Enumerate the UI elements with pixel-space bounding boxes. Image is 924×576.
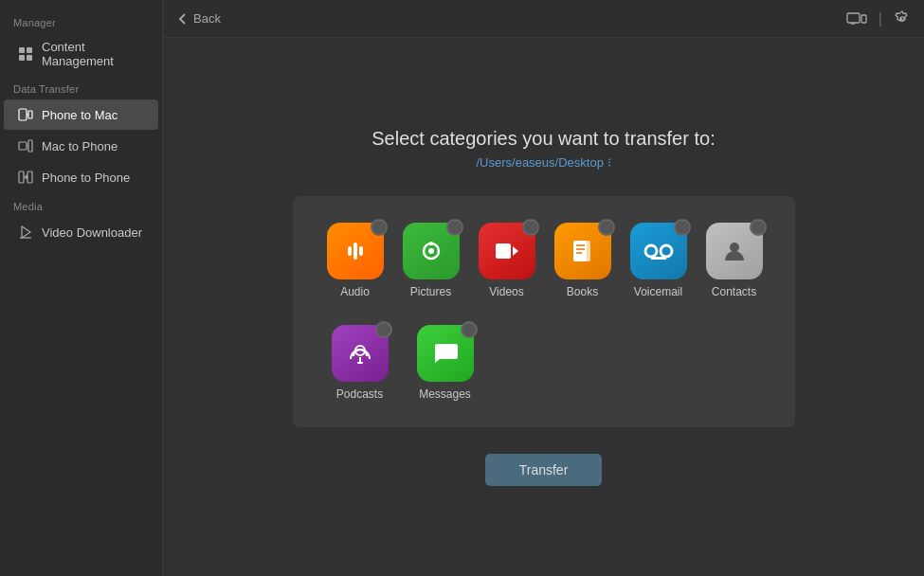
mac-to-phone-label: Mac to Phone bbox=[42, 139, 118, 153]
books-label: Books bbox=[567, 285, 598, 298]
audio-checkbox[interactable] bbox=[371, 219, 388, 236]
svg-rect-10 bbox=[19, 171, 24, 183]
sidebar-item-mac-to-phone[interactable]: Mac to Phone bbox=[4, 131, 158, 161]
categories-row-1: Audio Pictures bbox=[327, 223, 761, 298]
settings-icon[interactable] bbox=[894, 10, 911, 27]
svg-rect-7 bbox=[19, 142, 27, 150]
category-voicemail[interactable]: Voicemail bbox=[630, 223, 687, 298]
svg-rect-1 bbox=[27, 47, 32, 53]
category-books[interactable]: Books bbox=[554, 223, 611, 298]
svg-rect-0 bbox=[19, 47, 25, 53]
videos-label: Videos bbox=[489, 285, 523, 298]
content-management-label: Content Management bbox=[42, 40, 145, 68]
video-downloader-icon bbox=[17, 224, 34, 241]
podcasts-checkbox[interactable] bbox=[375, 321, 392, 338]
back-button[interactable]: Back bbox=[176, 11, 221, 26]
sidebar-item-content-management[interactable]: Content Management bbox=[4, 33, 158, 75]
audio-label: Audio bbox=[340, 285, 370, 298]
svg-rect-15 bbox=[847, 13, 860, 23]
category-messages[interactable]: Messages bbox=[412, 325, 479, 401]
data-transfer-section-label: Data Transfer bbox=[0, 76, 162, 99]
sidebar-item-phone-to-mac[interactable]: Phone to Mac bbox=[4, 99, 158, 130]
videos-checkbox[interactable] bbox=[522, 219, 539, 236]
svg-rect-8 bbox=[28, 140, 32, 152]
path-link[interactable]: /Users/easeus/Desktop bbox=[476, 155, 610, 170]
podcasts-icon-wrapper bbox=[332, 325, 389, 382]
svg-point-32 bbox=[730, 243, 739, 252]
svg-marker-13 bbox=[22, 226, 30, 238]
svg-marker-23 bbox=[513, 246, 518, 256]
audio-icon-wrapper bbox=[327, 223, 384, 279]
messages-label: Messages bbox=[419, 387, 471, 401]
messages-checkbox[interactable] bbox=[461, 321, 478, 338]
books-checkbox[interactable] bbox=[598, 219, 615, 236]
video-downloader-label: Video Downloader bbox=[42, 225, 142, 240]
svg-rect-31 bbox=[651, 257, 666, 260]
books-icon-wrapper bbox=[554, 223, 611, 279]
phone-to-phone-label: Phone to Phone bbox=[42, 171, 130, 185]
category-pictures[interactable]: Pictures bbox=[403, 223, 460, 298]
header: Back | bbox=[163, 0, 924, 38]
svg-point-20 bbox=[428, 248, 434, 254]
voicemail-label: Voicemail bbox=[634, 285, 682, 298]
content-management-icon bbox=[17, 45, 34, 63]
category-contacts[interactable]: Contacts bbox=[706, 223, 763, 298]
contacts-label: Contacts bbox=[712, 285, 756, 298]
transfer-button[interactable]: Transfer bbox=[485, 454, 603, 486]
svg-rect-3 bbox=[27, 55, 32, 61]
pictures-checkbox[interactable] bbox=[446, 219, 463, 236]
svg-point-29 bbox=[645, 245, 657, 257]
svg-point-30 bbox=[661, 245, 672, 257]
category-podcasts[interactable]: Podcasts bbox=[327, 325, 393, 401]
categories-panel: Audio Pictures bbox=[293, 196, 795, 427]
contacts-icon-wrapper bbox=[706, 223, 763, 279]
svg-rect-5 bbox=[28, 111, 32, 118]
media-section-label: Media bbox=[0, 193, 162, 216]
header-icons: | bbox=[846, 10, 911, 27]
svg-rect-16 bbox=[861, 15, 866, 23]
svg-rect-25 bbox=[579, 241, 590, 261]
videos-icon-wrapper bbox=[479, 223, 535, 279]
pictures-label: Pictures bbox=[410, 285, 451, 298]
svg-rect-35 bbox=[357, 362, 363, 364]
svg-rect-4 bbox=[19, 109, 27, 120]
messages-icon-wrapper bbox=[417, 325, 474, 382]
contacts-checkbox[interactable] bbox=[750, 219, 767, 236]
back-label: Back bbox=[193, 11, 221, 26]
svg-rect-2 bbox=[19, 55, 25, 61]
svg-rect-22 bbox=[496, 243, 511, 259]
voicemail-icon-wrapper bbox=[630, 223, 687, 279]
podcasts-label: Podcasts bbox=[336, 387, 383, 401]
device-separator: | bbox=[879, 10, 882, 27]
main-area: Back | Select categories you want to tra… bbox=[163, 0, 924, 576]
svg-rect-21 bbox=[429, 242, 433, 245]
manager-section-label: Manager bbox=[0, 9, 162, 32]
voicemail-checkbox[interactable] bbox=[674, 219, 691, 236]
phone-to-mac-label: Phone to Mac bbox=[42, 108, 118, 122]
page-title: Select categories you want to transfer t… bbox=[371, 128, 715, 150]
sidebar-item-video-downloader[interactable]: Video Downloader bbox=[4, 217, 158, 247]
sidebar-item-phone-to-phone[interactable]: Phone to Phone bbox=[4, 162, 158, 192]
pictures-icon-wrapper bbox=[403, 223, 460, 279]
categories-row-2: Podcasts Messages bbox=[327, 325, 761, 401]
sidebar: Manager Content Management Data Transfer… bbox=[0, 0, 163, 576]
content-area: Select categories you want to transfer t… bbox=[163, 38, 924, 576]
category-audio[interactable]: Audio bbox=[327, 223, 384, 298]
phone-to-phone-icon bbox=[17, 169, 34, 186]
phone-to-mac-icon bbox=[17, 106, 34, 123]
device-icon bbox=[846, 11, 867, 27]
category-videos[interactable]: Videos bbox=[479, 223, 535, 298]
mac-to-phone-icon bbox=[17, 137, 34, 154]
